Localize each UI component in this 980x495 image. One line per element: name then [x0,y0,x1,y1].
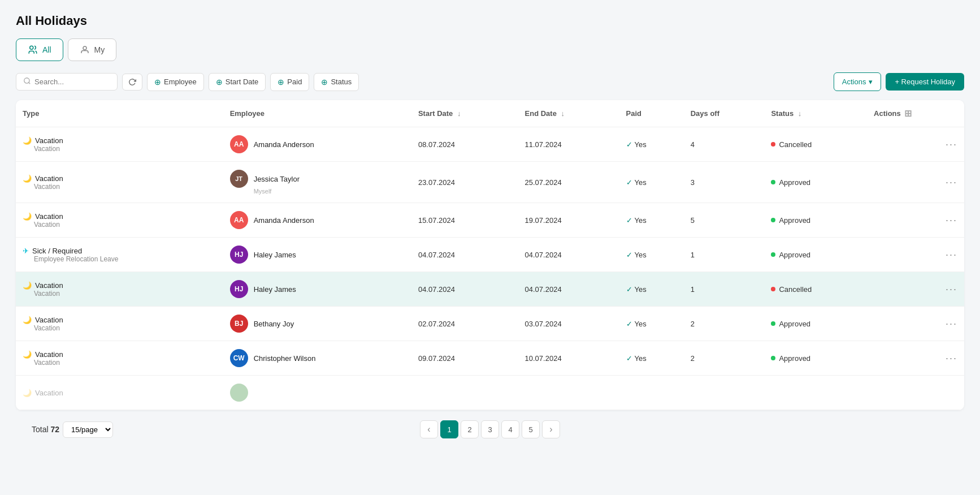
page-4-button[interactable]: 4 [501,420,519,438]
actions-dropdown-button[interactable]: Actions ▾ [834,72,882,91]
col-header-employee: Employee [223,100,411,127]
filter-status-button[interactable]: ⊕ Status [314,73,359,91]
filter-start-date-button[interactable]: ⊕ Start Date [209,73,266,91]
end-date-cell [518,376,619,410]
paid-value: Yes [635,251,647,259]
plus-circle-icon3: ⊕ [277,78,284,87]
type-main-text: Vacation [35,136,63,145]
prev-page-button[interactable]: ‹ [420,420,438,438]
type-main-text: Vacation [35,316,63,324]
page-2-button[interactable]: 2 [461,420,479,438]
paid-value: Yes [635,320,647,328]
days-off-cell: 1 [684,238,765,272]
sort-arrow-end: ↓ [561,109,565,118]
status-text: Approved [779,216,810,225]
columns-config-icon[interactable]: ⊞ [904,108,912,119]
filter-employee-button[interactable]: ⊕ Employee [147,73,204,91]
actions-cell: ··· [867,127,964,162]
page-3-button[interactable]: 3 [481,420,499,438]
table-row: 🌙 Vacation Vacation JT Jessica Taylor My… [16,162,964,203]
row-actions-button[interactable]: ··· [874,318,957,330]
col-header-status[interactable]: Status ↓ [764,100,867,127]
table-row: 🌙 Vacation [16,376,964,410]
svg-point-1 [83,46,86,50]
page-1-button[interactable]: 1 [440,420,458,438]
filter-paid-label: Paid [287,78,302,86]
toolbar: ⊕ Employee ⊕ Start Date ⊕ Paid ⊕ Status … [16,72,964,91]
tab-my[interactable]: My [68,38,117,61]
employee-cell: HJ Haley James [223,272,411,307]
paid-cell: ✓ Yes [619,203,684,238]
status-cell [764,376,867,410]
col-header-paid: Paid [619,100,684,127]
tab-all[interactable]: All [16,38,63,61]
request-holiday-button[interactable]: + Request Holiday [886,73,964,91]
type-cell: 🌙 Vacation Vacation [16,341,223,376]
per-page-select[interactable]: 15/page 25/page 50/page [63,421,113,438]
employee-name: Bethany Joy [254,320,294,328]
type-cell: 🌙 Vacation [16,376,223,410]
row-actions-button[interactable]: ··· [874,352,957,364]
plus-circle-icon: ⊕ [154,78,161,87]
check-icon: ✓ [626,140,632,149]
tabs-row: All My [16,38,964,61]
employee-cell: AA Amanda Anderson [223,127,411,162]
col-header-actions: Actions ⊞ [867,100,964,127]
row-actions-button[interactable]: ··· [874,249,957,261]
start-date-cell: 09.07.2024 [411,341,518,376]
paid-cell [619,376,684,410]
actions-label: Actions [842,78,866,86]
type-sub-text: Vacation [34,324,216,332]
employee-name: Amanda Anderson [254,140,314,149]
start-date-cell: 23.07.2024 [411,162,518,203]
end-date-cell: 11.07.2024 [518,127,619,162]
status-text: Approved [779,251,810,259]
search-box [16,73,118,91]
table-row: ✈ Sick / Required Employee Relocation Le… [16,238,964,272]
total-count: 72 [50,425,59,434]
type-icon: 🌙 [23,174,32,183]
page-5-button[interactable]: 5 [522,420,540,438]
days-off-cell: 2 [684,341,765,376]
paid-cell: ✓ Yes [619,341,684,376]
type-cell: ✈ Sick / Required Employee Relocation Le… [16,238,223,272]
type-sub-text: Vacation [34,221,216,229]
paid-cell: ✓ Yes [619,127,684,162]
col-actions-label: Actions [874,109,901,118]
employee-name: Haley James [254,251,296,259]
filter-paid-button[interactable]: ⊕ Paid [270,73,309,91]
type-sub-text: Employee Relocation Leave [34,255,216,263]
search-input[interactable] [34,78,108,86]
row-actions-button[interactable]: ··· [874,139,957,150]
row-actions-button[interactable]: ··· [874,177,957,188]
type-cell: 🌙 Vacation Vacation [16,162,223,203]
col-header-end-date[interactable]: End Date ↓ [518,100,619,127]
table-row: 🌙 Vacation Vacation BJ Bethany Joy 02.07… [16,307,964,341]
plus-circle-icon2: ⊕ [216,78,223,87]
check-icon: ✓ [626,178,632,187]
row-actions-button[interactable]: ··· [874,283,957,295]
end-date-cell: 03.07.2024 [518,307,619,341]
next-page-button[interactable]: › [542,420,560,438]
type-cell: 🌙 Vacation Vacation [16,127,223,162]
status-cell: Cancelled [764,272,867,307]
days-off-cell: 2 [684,307,765,341]
row-actions-button[interactable]: ··· [874,214,957,226]
status-dot [771,180,775,184]
single-user-icon [80,45,90,55]
type-main-text: Vacation [35,350,63,359]
paid-value: Yes [635,216,647,225]
employee-cell [223,376,411,410]
pagination-bar: Total 72 15/page 25/page 50/page ‹ 1 2 3… [16,410,964,444]
sort-arrow-status: ↓ [798,109,802,118]
days-off-cell: 4 [684,127,765,162]
end-date-cell: 25.07.2024 [518,162,619,203]
status-cell: Approved [764,162,867,203]
tab-all-label: All [42,45,51,54]
status-text: Cancelled [779,140,812,149]
paid-value: Yes [635,285,647,294]
days-off-cell [684,376,765,410]
table-row: 🌙 Vacation Vacation CW Christopher Wilso… [16,341,964,376]
refresh-button[interactable] [122,74,142,91]
col-header-start-date[interactable]: Start Date ↓ [411,100,518,127]
